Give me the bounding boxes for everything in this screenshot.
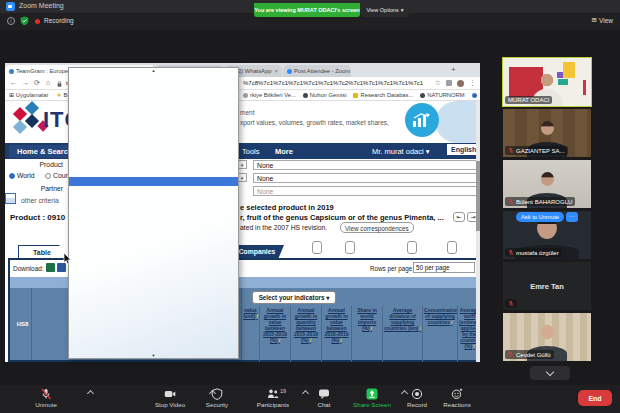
forward-icon[interactable]: → [22,79,29,86]
product-group-select[interactable]: None [253,160,477,170]
column-header[interactable]: Share in world imports (%)i [352,306,383,362]
unmute-options-caret[interactable] [87,390,94,397]
info-icon[interactable]: i [451,319,452,325]
dropdown-item[interactable] [69,186,238,195]
back-icon[interactable]: ← [10,79,17,86]
column-header[interactable]: value /unit)i [242,306,260,362]
reload-icon[interactable]: ⟳ [34,79,40,87]
dropdown-item[interactable] [69,230,238,239]
end-meeting-button[interactable]: End [578,390,612,406]
ask-to-unmute-button[interactable]: Ask to Unmute [516,212,564,222]
dropdown-item[interactable] [69,106,238,115]
extensions-icon[interactable] [446,80,452,86]
dropdown-item[interactable] [69,335,238,344]
column-header[interactable]: Average distance of supplying countries … [383,306,423,362]
rows-per-page-select[interactable]: 50 per page [413,262,475,273]
view-layout-button[interactable]: ⊞ View [592,16,613,24]
nav-user-menu[interactable]: Mr. murat odaci ▾ [372,147,430,156]
security-button[interactable]: Security [190,388,244,408]
bookmark-item[interactable]: rkiye Bitkileri Ve... [243,92,296,98]
dropdown-item[interactable] [69,247,238,256]
participant-tile[interactable]: Bülent BAHAROGLU Bülent BAHAROGLU [503,160,591,208]
unmute-button[interactable]: Unmute [19,388,73,408]
nav-tools[interactable]: Tools [242,147,260,156]
dropdown-item[interactable] [69,194,238,203]
participant-tile[interactable]: Emre Tan Emre Tan [503,262,591,310]
browser-menu-icon[interactable]: ⋮ [469,79,476,87]
dropdown-item[interactable] [69,89,238,98]
participant-tile[interactable]: mustafa özgüler Ask to Unmute ··· mustaf… [503,211,591,259]
action-button[interactable] [345,241,355,254]
dropdown-item[interactable] [69,326,238,335]
info-icon[interactable]: i [420,325,421,331]
dropdown-item[interactable] [69,318,238,327]
dropdown-item[interactable] [69,124,238,133]
info-icon[interactable]: i [340,337,341,343]
info-icon[interactable]: i [279,337,280,343]
dropdown-item[interactable] [69,265,238,274]
bookmarks-overflow-icon[interactable]: » [474,92,477,98]
dropdown-item[interactable] [69,282,238,291]
browser-tab[interactable]: Post Attendee - Zoom × [283,65,351,77]
browser-profile-avatar[interactable] [457,80,464,87]
dropdown-item[interactable] [69,142,238,151]
select-indicators-button[interactable]: Select your indicators ▾ [252,291,336,304]
stop-video-button[interactable]: Stop Video [143,388,197,408]
partner-group-select[interactable]: None [253,186,477,196]
participant-tile[interactable]: Cevdet Güllü Cevdet Güllü [503,313,591,361]
action-button[interactable] [407,241,417,254]
more-options-button[interactable]: ··· [566,212,578,222]
info-icon[interactable]: i [310,337,311,343]
bookmark-item[interactable]: NATURNORM [420,92,464,98]
info-icon[interactable]: i [371,325,372,331]
country-group-select[interactable]: None [253,173,477,183]
dropdown-item[interactable] [69,309,238,318]
dropdown-item[interactable] [69,344,238,353]
bookmark-star-icon[interactable]: ☆ [435,79,441,87]
criteria-grid-icon[interactable] [5,193,16,204]
info-icon[interactable]: i [7,17,15,25]
hs-prev-button[interactable]: ⇤ [453,212,465,222]
column-header[interactable]: Annual growth in value between 2015-2019… [260,306,291,362]
action-button[interactable] [312,241,322,254]
other-criteria-link[interactable]: other criteria [21,197,59,204]
dropdown-item[interactable] [69,274,238,283]
dropdown-item[interactable] [69,177,238,186]
column-header[interactable]: Annual growth in value between 2018-2019… [322,306,352,362]
new-tab-button[interactable]: + [451,65,456,74]
info-icon[interactable]: i [256,313,257,319]
bookmark-item[interactable]: Research Databas... [353,92,413,98]
dropdown-item[interactable] [69,238,238,247]
reactions-button[interactable]: Reactions [430,388,484,408]
view-correspondences-button[interactable]: View correspondences [340,222,414,233]
dropdown-item[interactable] [69,203,238,212]
dropdown-item[interactable] [69,150,238,159]
close-icon[interactable]: × [274,68,278,74]
action-button[interactable] [447,241,457,254]
nav-more[interactable]: More [275,147,293,156]
dropdown-item[interactable] [69,159,238,168]
dropdown-item[interactable] [69,300,238,309]
dropdown-item[interactable] [69,133,238,142]
dropdown-item[interactable] [69,80,238,89]
home-icon[interactable]: ⌂ [46,79,50,86]
apps-shortcut[interactable]: ⊞ Uygulamalar [9,92,48,98]
tab-table[interactable]: Table [18,245,66,258]
dropdown-item[interactable] [69,221,238,230]
dropdown-item[interactable] [69,291,238,300]
dropdown-item[interactable] [69,115,238,124]
chat-button[interactable]: Chat [297,388,351,408]
participants-button[interactable]: Participants 19 [246,388,300,408]
column-header-hs[interactable]: HS8 [14,288,32,360]
dropdown-item[interactable] [69,212,238,221]
participant-tile[interactable]: GAZIANTEP SA... GAZIANTEP SA... [503,109,591,157]
scroll-down-icon[interactable]: ▼ [69,353,238,359]
column-header[interactable]: Concentration of supplying countriesi [423,306,458,362]
bookmark-item[interactable]: Nuhun Gemisi [303,92,347,98]
world-radio[interactable]: World [9,172,35,179]
dropdown-item[interactable] [69,256,238,265]
participant-tile[interactable]: MURAT ODACI MURAT ODACI [503,58,591,106]
view-options-button[interactable]: View Options ▾ [361,3,409,17]
excel-download-icon[interactable] [46,263,55,272]
dropdown-item[interactable] [69,98,238,107]
